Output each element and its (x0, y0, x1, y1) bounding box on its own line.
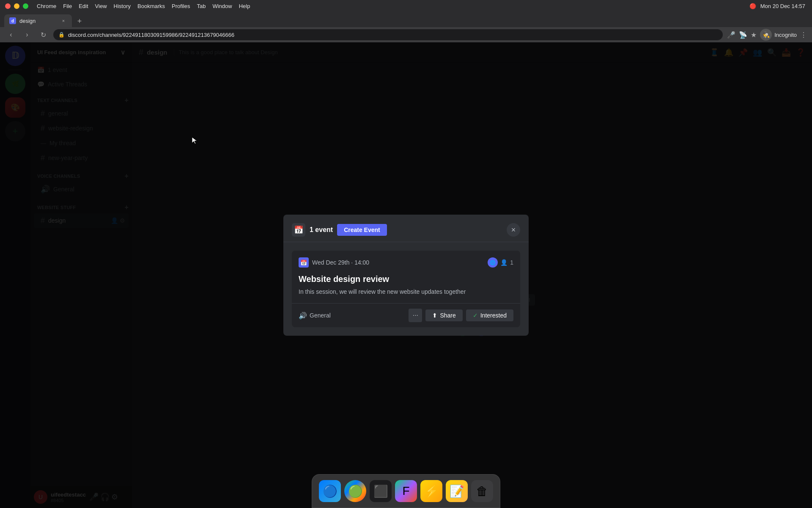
attendee-count: 👤 (500, 259, 508, 266)
create-event-button[interactable]: Create Event (337, 224, 387, 236)
macos-dock: 🔵 🟢 ⬛ F ⚡ 📝 🗑 (312, 474, 500, 508)
back-btn[interactable]: ‹ (5, 29, 17, 41)
new-tab-btn[interactable]: + (74, 15, 85, 27)
dock-notes[interactable]: 📝 (446, 480, 468, 502)
interested-button[interactable]: ✓ Interested (466, 309, 513, 321)
modal-event-icon: 📅 (292, 223, 305, 237)
events-modal[interactable]: 📅 1 event Create Event × 📅 Wed Dec 29th … (283, 215, 529, 336)
titlebar-right: 🔴 Mon 20 Dec 14:57 (749, 3, 805, 9)
modal-title-row: 📅 1 event Create Event (292, 223, 387, 237)
tab-favicon: d (9, 17, 16, 24)
modal-header: 📅 1 event Create Event × (283, 215, 529, 242)
event-footer-actions: ··· ⬆ Share ✓ Interested (409, 309, 513, 322)
maximize-traffic-btn[interactable] (23, 3, 28, 9)
event-card-footer: 🔊 General ··· ⬆ Share ✓ Interested (292, 303, 520, 327)
share-label: Share (440, 312, 455, 319)
event-description: In this session, we will review the new … (292, 287, 520, 303)
share-button[interactable]: ⬆ Share (425, 309, 462, 321)
tab-title: design (19, 18, 36, 24)
minimize-traffic-btn[interactable] (14, 3, 19, 9)
dock-figma[interactable]: F (395, 480, 417, 502)
url-text: discord.com/channels/922491180309159986/… (68, 32, 234, 38)
menu-bar: Chrome File Edit View History Bookmarks … (37, 3, 250, 9)
menu-help[interactable]: Help (239, 3, 250, 9)
microphone-icon[interactable]: 🎤 (727, 31, 735, 39)
menu-dots-icon[interactable]: ⋮ (800, 31, 807, 39)
menu-profiles[interactable]: Profiles (172, 3, 190, 9)
traffic-lights (5, 3, 28, 9)
menu-window[interactable]: Window (212, 3, 232, 9)
dock-finder[interactable]: 🔵 (319, 480, 341, 502)
browser-chrome: d design × + ‹ › ↻ 🔒 discord.com/channel… (0, 12, 812, 42)
menu-file[interactable]: File (63, 3, 72, 9)
event-date-text: Wed Dec 29th · 14:00 (312, 259, 369, 266)
tab-close-btn[interactable]: × (60, 17, 67, 24)
event-datetime-section: 📅 Wed Dec 29th · 14:00 (299, 257, 369, 271)
share-icon: ⬆ (432, 312, 437, 319)
menu-tab[interactable]: Tab (197, 3, 206, 9)
dock-zap[interactable]: ⚡ (420, 480, 442, 502)
event-location: 🔊 General (299, 312, 331, 320)
tab-bar: d design × + (0, 12, 812, 27)
dock-terminal[interactable]: ⬛ (370, 480, 392, 502)
menu-bookmarks[interactable]: Bookmarks (137, 3, 165, 9)
cast-icon[interactable]: 📡 (739, 31, 747, 39)
browser-actions: 🎤 📡 ★ 🕵 Incognito ⋮ (727, 29, 807, 41)
menu-edit[interactable]: Edit (79, 3, 88, 9)
close-traffic-btn[interactable] (5, 3, 11, 9)
event-attendees: 🌐 👤 1 (488, 257, 513, 268)
incognito-badge[interactable]: 🕵 Incognito (760, 29, 797, 41)
menu-history[interactable]: History (114, 3, 131, 9)
menu-view[interactable]: View (95, 3, 107, 9)
forward-btn[interactable]: › (21, 29, 33, 41)
event-date-icon: 📅 (299, 257, 309, 268)
modal-close-button[interactable]: × (507, 223, 520, 237)
event-title: Website design review (292, 274, 520, 287)
interested-check-icon: ✓ (473, 312, 478, 319)
location-speaker-icon: 🔊 (299, 312, 307, 320)
attendee-avatar: 🌐 (488, 257, 498, 268)
battery-icon: 🔴 (749, 3, 756, 9)
incognito-icon: 🕵 (760, 29, 772, 41)
interested-label: Interested (480, 312, 507, 319)
address-bar: ‹ › ↻ 🔒 discord.com/channels/92249118030… (0, 27, 812, 42)
reload-btn[interactable]: ↻ (37, 29, 49, 41)
url-bar[interactable]: 🔒 discord.com/channels/92249118030915998… (53, 29, 723, 40)
active-tab[interactable]: d design × (4, 14, 72, 27)
attendee-number: 1 (510, 259, 513, 266)
incognito-label: Incognito (774, 32, 797, 38)
modal-title: 1 event (310, 226, 333, 234)
event-location-name: General (310, 312, 331, 319)
titlebar: Chrome File Edit View History Bookmarks … (0, 0, 812, 12)
event-datetime: 📅 Wed Dec 29th · 14:00 (299, 257, 369, 268)
more-options-button[interactable]: ··· (409, 309, 422, 322)
event-card-header: 📅 Wed Dec 29th · 14:00 🌐 👤 1 (292, 251, 520, 274)
dock-chrome[interactable]: 🟢 (344, 480, 366, 502)
clock: Mon 20 Dec 14:57 (760, 3, 805, 9)
event-card: 📅 Wed Dec 29th · 14:00 🌐 👤 1 Website des… (292, 251, 520, 327)
bookmark-icon[interactable]: ★ (751, 31, 757, 39)
dock-trash[interactable]: 🗑 (471, 480, 493, 502)
modal-body: 📅 Wed Dec 29th · 14:00 🌐 👤 1 Website des… (283, 242, 529, 336)
lock-icon: 🔒 (58, 32, 65, 38)
menu-chrome[interactable]: Chrome (37, 3, 56, 9)
